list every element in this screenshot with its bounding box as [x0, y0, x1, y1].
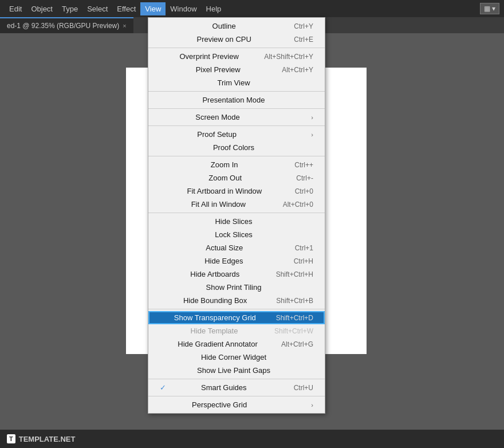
menu-item-hide-template[interactable]: Hide Template Shift+Ctrl+W: [148, 324, 325, 337]
menu-item-zoom-out[interactable]: Zoom Out Ctrl+-: [148, 171, 325, 184]
arrow-icon-proof: ›: [311, 131, 313, 138]
menu-item-outline[interactable]: Outline Ctrl+Y: [148, 19, 325, 33]
menu-item-print-tiling[interactable]: Show Print Tiling: [148, 281, 325, 294]
arrow-icon: ›: [311, 114, 313, 121]
separator-2: [148, 91, 325, 92]
menu-item-proof-colors[interactable]: Proof Colors: [148, 141, 325, 154]
menu-item-bounding-box[interactable]: Hide Bounding Box Shift+Ctrl+B: [148, 294, 325, 307]
menu-item-lock-slices[interactable]: Lock Slices: [148, 228, 325, 241]
separator-9: [148, 396, 325, 396]
menu-item-overprint[interactable]: Overprint Preview Alt+Shift+Ctrl+Y: [148, 50, 325, 63]
menu-item-proof-setup[interactable]: Proof Setup ›: [148, 128, 325, 141]
view-menu: Outline Ctrl+Y Preview on CPU Ctrl+E Ove…: [148, 17, 325, 414]
menu-item-corner-widget[interactable]: Hide Corner Widget: [148, 351, 325, 364]
separator-1: [148, 48, 325, 48]
separator-8: [148, 379, 325, 379]
separator-4: [148, 125, 325, 126]
menu-item-live-paint-gaps[interactable]: Show Live Paint Gaps: [148, 364, 325, 377]
arrow-icon-perspective: ›: [311, 402, 313, 408]
menu-item-hide-artboards[interactable]: Hide Artboards Shift+Ctrl+H: [148, 268, 325, 281]
dropdown-overlay: Outline Ctrl+Y Preview on CPU Ctrl+E Ove…: [0, 0, 504, 448]
menu-item-screen-mode[interactable]: Screen Mode ›: [148, 111, 325, 124]
menu-item-perspective-grid[interactable]: Perspective Grid ›: [148, 398, 325, 411]
menu-item-fit-artboard[interactable]: Fit Artboard in Window Ctrl+0: [148, 184, 325, 198]
menu-item-smart-guides[interactable]: ✓ Smart Guides Ctrl+U: [148, 381, 325, 394]
separator-7: [148, 309, 325, 309]
menu-item-actual-size[interactable]: Actual Size Ctrl+1: [148, 241, 325, 254]
menu-item-trim-view[interactable]: Trim View: [148, 76, 325, 89]
menu-item-zoom-in[interactable]: Zoom In Ctrl++: [148, 158, 325, 171]
menu-item-fit-all[interactable]: Fit All in Window Alt+Ctrl+0: [148, 198, 325, 211]
checkmark-icon: ✓: [160, 383, 169, 392]
menu-item-transparency-grid[interactable]: Show Transparency Grid Shift+Ctrl+D: [148, 311, 325, 324]
menu-item-pixel-preview[interactable]: Pixel Preview Alt+Ctrl+Y: [148, 63, 325, 76]
separator-6: [148, 213, 325, 213]
menu-item-presentation[interactable]: Presentation Mode: [148, 93, 325, 107]
separator-5: [148, 156, 325, 156]
menu-item-gradient-annotator[interactable]: Hide Gradient Annotator Alt+Ctrl+G: [148, 337, 325, 351]
menu-item-hide-slices[interactable]: Hide Slices: [148, 215, 325, 228]
menu-item-preview-cpu[interactable]: Preview on CPU Ctrl+E: [148, 33, 325, 46]
menu-item-hide-edges[interactable]: Hide Edges Ctrl+H: [148, 254, 325, 268]
separator-3: [148, 108, 325, 109]
